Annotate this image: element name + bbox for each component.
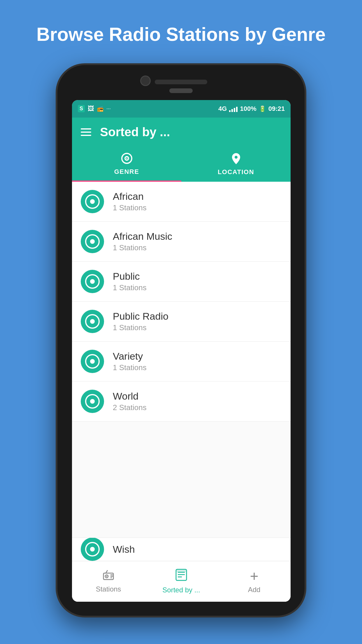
add-nav-icon: + [250, 569, 258, 583]
genre-list: African 1 Stations African Music 1 Stati… [72, 182, 291, 538]
list-item[interactable]: Public 1 Stations [72, 262, 291, 302]
list-item[interactable]: African Music 1 Stations [72, 222, 291, 262]
svg-point-3 [235, 156, 238, 159]
home-button [169, 88, 193, 93]
status-bar: S 🖼 📻 ··· 4G 100% 🔋 09:21 [72, 100, 291, 118]
app-bar: Sorted by ... [72, 118, 291, 147]
list-item[interactable]: World 2 Stations [72, 382, 291, 421]
app-icon-s: S [78, 105, 85, 112]
stations-nav-label: Stations [96, 585, 121, 593]
location-tab-icon [231, 153, 241, 167]
genre-count: 1 Stations [113, 283, 282, 292]
genre-disc-icon [81, 538, 104, 561]
bottom-nav: Stations Sorted by ... [72, 561, 291, 602]
clock: 09:21 [268, 105, 285, 113]
nav-item-add[interactable]: + Add [218, 569, 291, 594]
genre-count: 1 Stations [113, 203, 282, 212]
location-tab-label: LOCATION [218, 168, 254, 176]
genre-name: World [113, 391, 282, 402]
sorted-nav-icon [175, 569, 187, 584]
phone-frame: S 🖼 📻 ··· 4G 100% 🔋 09:21 [56, 63, 306, 617]
phone-screen: S 🖼 📻 ··· 4G 100% 🔋 09:21 [72, 100, 291, 602]
list-item[interactable]: Variety 1 Stations [72, 342, 291, 382]
tab-location[interactable]: LOCATION [181, 147, 291, 182]
genre-count: 2 Stations [113, 403, 282, 412]
genre-disc-icon [81, 230, 104, 253]
hamburger-menu[interactable] [81, 128, 91, 136]
more-dots: ··· [106, 106, 111, 112]
nav-item-stations[interactable]: Stations [72, 570, 145, 593]
svg-point-6 [106, 576, 107, 577]
battery-icon: 🔋 [259, 105, 266, 112]
genre-name: Public [113, 271, 282, 282]
genre-disc-icon [81, 190, 104, 213]
genre-disc-icon [81, 350, 104, 373]
genre-disc-icon [81, 270, 104, 293]
list-item-partial[interactable]: Wish [72, 538, 291, 561]
genre-name: African [113, 191, 282, 202]
genre-name: Public Radio [113, 311, 282, 322]
radio-icon: 📻 [97, 106, 103, 112]
list-item[interactable]: Public Radio 1 Stations [72, 302, 291, 342]
genre-tab-label: GENRE [114, 168, 139, 176]
camera [140, 76, 151, 86]
app-bar-title: Sorted by ... [100, 125, 170, 139]
speaker [155, 80, 207, 84]
nav-item-sorted[interactable]: Sorted by ... [145, 569, 218, 594]
image-icon: 🖼 [88, 105, 94, 113]
tab-genre[interactable]: GENRE [72, 147, 181, 182]
page-title: Browse Radio Stations by Genre [0, 0, 362, 63]
genre-name: African Music [113, 231, 282, 242]
stations-nav-icon [102, 570, 115, 583]
genre-count: 1 Stations [113, 323, 282, 332]
genre-count: 1 Stations [113, 363, 282, 372]
signal-icon [229, 106, 238, 112]
genre-disc-icon [81, 390, 104, 413]
genre-tab-icon [121, 153, 132, 166]
add-nav-label: Add [248, 586, 261, 594]
svg-rect-15 [177, 570, 186, 572]
genre-disc-icon [81, 310, 104, 333]
battery-percent: 100% [240, 105, 256, 113]
genre-name: Wish [113, 544, 282, 555]
genre-name: Variety [113, 351, 282, 362]
svg-point-2 [126, 158, 127, 159]
tabs-container: GENRE LOCATION [72, 147, 291, 182]
genre-count: 1 Stations [113, 243, 282, 252]
network-type: 4G [218, 105, 227, 113]
sorted-nav-label: Sorted by ... [162, 586, 200, 594]
list-item[interactable]: African 1 Stations [72, 182, 291, 222]
